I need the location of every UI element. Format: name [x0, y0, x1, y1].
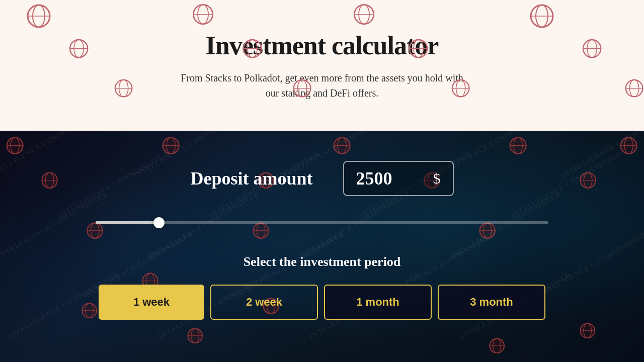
slider-track[interactable] — [96, 221, 548, 224]
globe-icon — [528, 3, 556, 32]
globe-icon — [5, 136, 25, 158]
deposit-input-box[interactable]: 2500 $ — [343, 161, 454, 196]
globe-icon — [68, 38, 90, 62]
period-btn-1week[interactable]: 1 week — [99, 285, 204, 320]
globe-icon — [488, 337, 506, 357]
top-section: Investment calculator From Stacks to Pol… — [0, 0, 644, 131]
globe-icon — [508, 136, 528, 158]
globe-icon — [619, 136, 639, 158]
svg-point-13 — [74, 40, 84, 57]
globe-icon — [332, 136, 352, 158]
svg-point-22 — [587, 40, 597, 57]
period-btn-2week[interactable]: 2 week — [210, 285, 318, 320]
deposit-value[interactable]: 2500 — [356, 168, 392, 189]
globe-icon — [86, 221, 105, 242]
svg-point-33 — [626, 80, 643, 97]
svg-point-3 — [193, 5, 212, 24]
period-buttons: 1 week 2 week 1 month 3 month — [96, 285, 548, 320]
svg-point-10 — [536, 5, 548, 27]
svg-point-1 — [33, 5, 45, 27]
globe-icon — [161, 136, 181, 158]
globe-icon — [581, 38, 603, 62]
calculator-section: INTELLIGENCE COMMISSIONER INTELLIGENCE C… — [0, 131, 644, 362]
period-btn-1month[interactable]: 1 month — [324, 285, 432, 320]
globe-icon — [25, 3, 53, 32]
svg-point-6 — [354, 5, 373, 24]
globe-icon — [191, 3, 215, 29]
globe-icon — [579, 171, 598, 192]
deposit-label: Deposit amount — [190, 168, 312, 189]
svg-point-25 — [119, 80, 128, 97]
deposit-row: Deposit amount 2500 $ — [190, 161, 453, 196]
period-btn-3month[interactable]: 3 month — [438, 285, 545, 320]
svg-point-0 — [28, 5, 50, 27]
deposit-slider-container — [96, 221, 548, 224]
svg-point-9 — [531, 5, 553, 27]
svg-point-34 — [629, 80, 638, 97]
globe-icon — [252, 221, 271, 242]
globe-icon — [40, 171, 59, 192]
slider-thumb[interactable] — [153, 217, 165, 228]
subtitle: From Stacks to Polkadot, get even more f… — [181, 70, 463, 101]
globe-icon — [579, 322, 597, 342]
globe-icon — [352, 3, 376, 29]
svg-point-24 — [115, 80, 132, 97]
slider-fill — [96, 221, 159, 224]
svg-point-12 — [70, 40, 88, 57]
globe-icon — [624, 78, 644, 101]
period-title: Select the investment period — [244, 254, 401, 269]
globe-icon — [478, 221, 497, 242]
svg-point-4 — [198, 5, 208, 24]
currency-symbol: $ — [433, 170, 441, 187]
globe-icon — [113, 78, 134, 101]
svg-point-7 — [359, 5, 369, 24]
globe-icon — [186, 327, 204, 347]
page-title: Investment calculator — [206, 31, 439, 60]
svg-point-21 — [583, 40, 601, 57]
